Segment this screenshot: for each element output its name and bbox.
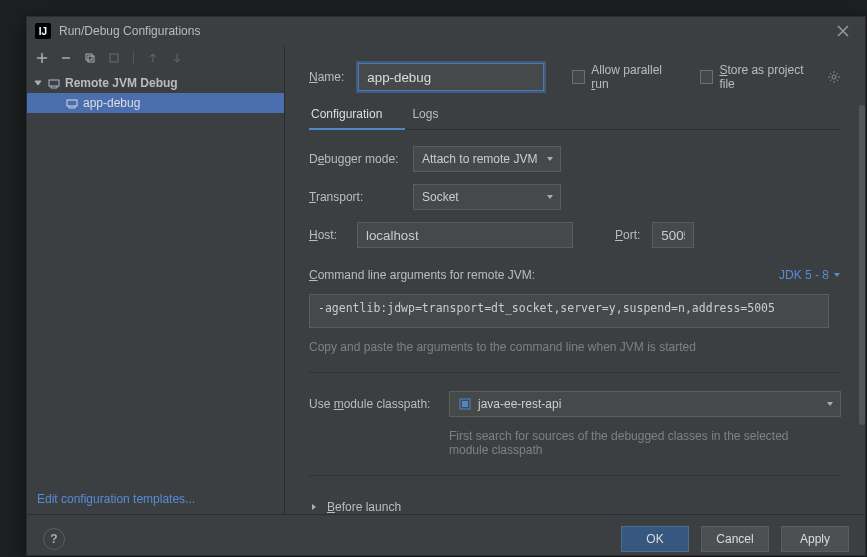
run-config-icon — [65, 96, 79, 110]
sidebar-toolbar — [27, 45, 284, 71]
store-project-checkbox[interactable]: Store as project file — [700, 63, 813, 91]
module-hint: First search for sources of the debugged… — [449, 429, 809, 457]
dropdown-value: Socket — [422, 190, 459, 204]
debugger-mode-label: Debugger mode: — [309, 152, 401, 166]
host-label: Host: — [309, 228, 345, 242]
copy-button[interactable] — [83, 51, 97, 65]
cancel-button[interactable]: Cancel — [701, 526, 769, 552]
help-button[interactable]: ? — [43, 528, 65, 550]
jdk-label: JDK 5 - 8 — [779, 268, 829, 282]
svg-rect-4 — [67, 100, 77, 106]
configurations-tree[interactable]: Remote JVM Debug app-debug — [27, 71, 284, 484]
port-input[interactable] — [652, 222, 694, 248]
window-title: Run/Debug Configurations — [59, 24, 200, 38]
titlebar: IJ Run/Debug Configurations — [27, 17, 865, 45]
content-panel: Name: Allow parallel run Store as projec… — [285, 45, 865, 514]
close-button[interactable] — [829, 17, 857, 45]
checkbox-icon — [572, 70, 585, 84]
chevron-down-icon — [546, 190, 554, 204]
svg-point-5 — [832, 75, 836, 79]
tree-item-label: app-debug — [83, 96, 140, 110]
dropdown-value: Attach to remote JVM — [422, 152, 537, 166]
before-launch-label: Before launch — [327, 500, 401, 514]
cmdline-arguments-field[interactable]: -agentlib:jdwp=transport=dt_socket,serve… — [309, 294, 829, 328]
gear-icon[interactable] — [827, 70, 841, 84]
edit-templates-link[interactable]: Edit configuration templates... — [37, 492, 195, 506]
close-icon — [837, 25, 849, 37]
transport-label: Transport: — [309, 190, 401, 204]
scrollbar[interactable] — [859, 105, 865, 425]
module-classpath-label: Use module classpath: — [309, 397, 437, 411]
name-label: Name: — [309, 70, 344, 84]
checkbox-icon — [700, 70, 713, 84]
port-label: Port: — [615, 228, 640, 242]
remote-debug-icon — [47, 76, 61, 90]
allow-parallel-label: Allow parallel run — [591, 63, 674, 91]
app-icon: IJ — [35, 23, 51, 39]
svg-rect-1 — [88, 56, 94, 62]
svg-rect-3 — [49, 80, 59, 86]
chevron-down-icon — [833, 271, 841, 279]
dropdown-value: java-ee-rest-api — [478, 397, 561, 411]
allow-parallel-checkbox[interactable]: Allow parallel run — [572, 63, 674, 91]
svg-rect-2 — [110, 54, 118, 62]
move-down-button[interactable] — [170, 51, 184, 65]
store-project-label: Store as project file — [719, 63, 813, 91]
ok-button[interactable]: OK — [621, 526, 689, 552]
run-debug-configurations-dialog: IJ Run/Debug Configurations — [26, 16, 866, 556]
before-launch-section[interactable]: Before launch — [309, 494, 841, 514]
tab-logs[interactable]: Logs — [410, 107, 440, 129]
transport-dropdown[interactable]: Socket — [413, 184, 561, 210]
remove-button[interactable] — [59, 51, 73, 65]
svg-rect-7 — [462, 401, 468, 407]
add-button[interactable] — [35, 51, 49, 65]
module-icon — [458, 397, 472, 411]
chevron-right-icon — [309, 502, 319, 512]
tree-item-app-debug[interactable]: app-debug — [27, 93, 284, 113]
tabs: Configuration Logs — [309, 107, 841, 130]
jdk-selector[interactable]: JDK 5 - 8 — [779, 268, 841, 282]
save-template-button[interactable] — [107, 51, 121, 65]
tree-group-remote-jvm-debug[interactable]: Remote JVM Debug — [27, 73, 284, 93]
button-bar: ? OK Cancel Apply — [27, 514, 865, 557]
name-input[interactable] — [358, 63, 544, 91]
svg-rect-0 — [86, 54, 92, 60]
cmdline-hint: Copy and paste the arguments to the comm… — [309, 340, 841, 354]
debugger-mode-dropdown[interactable]: Attach to remote JVM — [413, 146, 561, 172]
move-up-button[interactable] — [146, 51, 160, 65]
chevron-down-icon — [546, 152, 554, 166]
apply-button[interactable]: Apply — [781, 526, 849, 552]
tab-configuration[interactable]: Configuration — [309, 107, 384, 129]
cmdline-label: Command line arguments for remote JVM: — [309, 268, 535, 282]
sidebar: Remote JVM Debug app-debug Edit configur… — [27, 45, 285, 514]
chevron-down-icon — [826, 397, 834, 411]
tree-group-label: Remote JVM Debug — [65, 76, 178, 90]
host-input[interactable] — [357, 222, 573, 248]
chevron-down-icon — [33, 78, 43, 88]
module-classpath-dropdown[interactable]: java-ee-rest-api — [449, 391, 841, 417]
